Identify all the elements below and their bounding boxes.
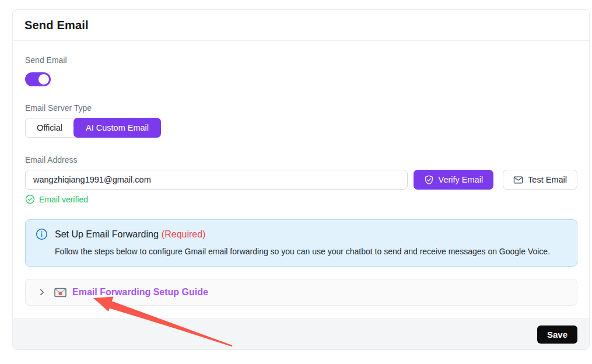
verify-email-button-label: Verify Email (439, 175, 484, 184)
guide-title: Email Forwarding Setup Guide (72, 287, 208, 298)
server-type-option-ai-custom-email[interactable]: AI Custom Email (73, 118, 161, 138)
mail-icon (513, 175, 523, 185)
server-type-segmented-control: Official AI Custom Email (25, 118, 161, 138)
info-circle-icon (36, 228, 48, 240)
email-forwarding-info-box: Set Up Email Forwarding (Required) Follo… (25, 219, 577, 267)
send-email-card: Send Email Send Email Email Server Type … (12, 9, 590, 350)
email-address-input[interactable] (25, 170, 408, 190)
verify-email-button[interactable]: Verify Email (414, 170, 494, 190)
info-box-description: Follow the steps below to configure Gmai… (55, 246, 568, 257)
chevron-right-icon[interactable] (37, 288, 47, 297)
server-type-label: Email Server Type (25, 103, 577, 113)
server-type-option-official[interactable]: Official (26, 118, 73, 137)
info-box-header: Set Up Email Forwarding (Required) (36, 228, 568, 240)
info-box-title: Set Up Email Forwarding (55, 229, 159, 240)
page-title: Send Email (24, 19, 89, 32)
card-footer: Save (13, 318, 589, 349)
card-body: Send Email Email Server Type Official AI… (13, 41, 589, 306)
check-circle-icon (25, 194, 35, 204)
shield-check-icon (424, 175, 434, 185)
info-box-required-note: (Required) (162, 229, 206, 240)
card-header: Send Email (13, 10, 589, 41)
email-verified-text: Email verified (39, 195, 88, 204)
save-button[interactable]: Save (537, 326, 577, 344)
send-email-toggle-label: Send Email (25, 55, 577, 65)
email-address-label: Email Address (25, 155, 577, 164)
test-email-button[interactable]: Test Email (503, 170, 577, 190)
toggle-knob (38, 74, 49, 85)
send-email-toggle[interactable] (25, 72, 51, 86)
envelope-seal-icon (54, 288, 66, 298)
test-email-button-label: Test Email (528, 175, 567, 184)
email-forwarding-guide-expander[interactable]: Email Forwarding Setup Guide (25, 279, 577, 306)
email-address-row: Verify Email Test Email (25, 170, 577, 190)
email-verified-status: Email verified (25, 194, 577, 204)
